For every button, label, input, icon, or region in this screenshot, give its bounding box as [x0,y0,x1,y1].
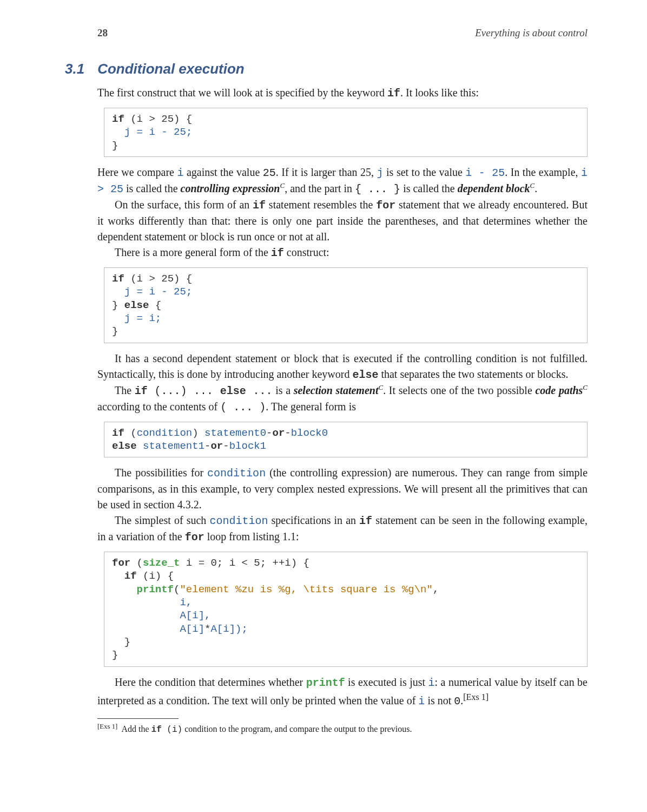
section-title: Conditional execution [97,61,245,77]
keyword-if: if [387,87,400,100]
body-content: The first construct that we will look at… [97,85,587,736]
footnote-ref: [Exs 1] [463,692,488,702]
paragraph-simplest: The simplest of such condition specifica… [97,513,587,545]
footnote-mark: [Exs 1] [97,723,117,730]
code-block-2: if (i > 25) { j = i - 25; } else { j = i… [104,267,587,343]
paragraph-selection: The if (...) ... else ... is a selection… [97,383,587,415]
page-number: 28 [97,27,108,39]
section-heading: 3.1 Conditional execution [97,61,587,77]
paragraph-second-dependent: It has a second dependent statement or b… [97,351,587,383]
page: 28 Everything is about control 3.1 Condi… [0,0,647,763]
paragraph-surface: On the surface, this form of an if state… [97,197,587,245]
footnote: [Exs 1] Add the if (i) condition to the … [97,722,587,736]
paragraph-compare: Here we compare i against the value 25. … [97,165,587,197]
paragraph-intro: The first construct that we will look at… [97,85,587,101]
page-header: 28 Everything is about control [97,27,587,39]
section-number: 3.1 [65,61,84,77]
paragraph-possibilities: The possibilities for condition (the con… [97,465,587,513]
code-block-1: if (i > 25) { j = i - 25; } [104,108,587,157]
code-block-3: if (condition) statement0-or-block0 else… [104,422,587,458]
footnote-separator [97,718,179,719]
chapter-title: Everything is about control [475,27,587,39]
paragraph-printf: Here the condition that determines wheth… [97,675,587,709]
paragraph-general-form: There is a more general form of the if c… [97,245,587,261]
code-block-4: for (size_t i = 0; i < 5; ++i) { if (i) … [104,552,587,667]
